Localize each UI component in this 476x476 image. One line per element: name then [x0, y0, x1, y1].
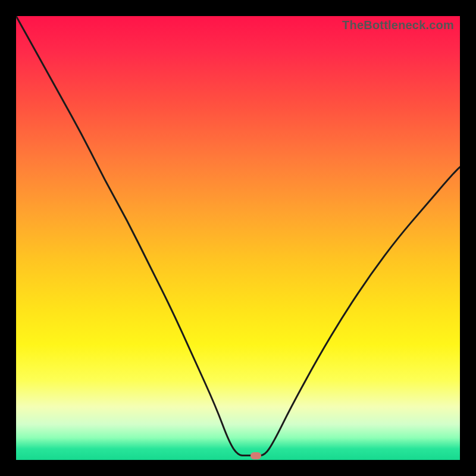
- plot-area: TheBottleneck.com: [16, 16, 460, 460]
- optimal-point-marker: [250, 452, 261, 459]
- watermark-text: TheBottleneck.com: [342, 18, 454, 32]
- chart-frame: TheBottleneck.com: [0, 0, 476, 476]
- bottleneck-curve: [16, 16, 460, 460]
